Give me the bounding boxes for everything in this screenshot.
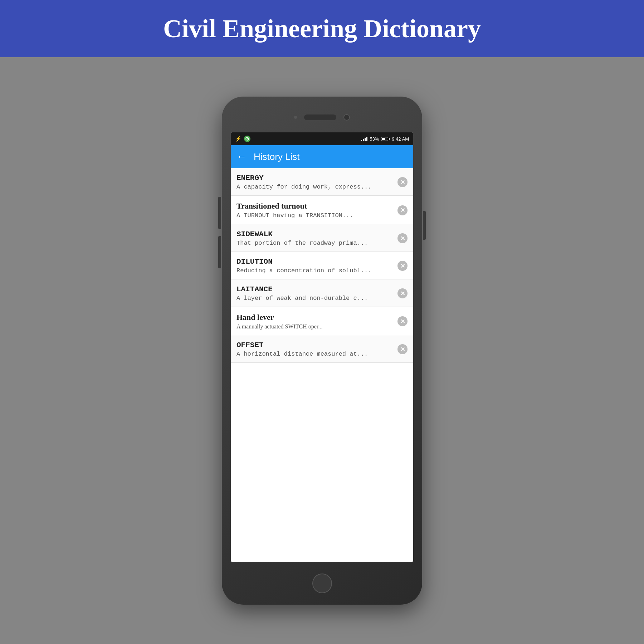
power-button[interactable]: [423, 211, 426, 240]
status-left: ⚡: [235, 136, 250, 142]
phone-screen: ⚡ 53%: [231, 132, 413, 562]
battery-icon: [381, 137, 390, 141]
item-title: OFFSET: [236, 341, 394, 349]
main-area: ⚡ 53%: [0, 57, 644, 644]
delete-button[interactable]: ✕: [397, 316, 408, 326]
app-title: Civil Engineering Dictionary: [163, 14, 481, 44]
delete-button[interactable]: ✕: [397, 261, 408, 271]
list-item-text: OFFSET A horizontal distance measured at…: [236, 341, 397, 357]
phone-bottom: [222, 562, 422, 605]
item-title: ENERGY: [236, 174, 394, 182]
delete-button[interactable]: ✕: [397, 177, 408, 187]
phone-camera: [343, 114, 350, 121]
status-right: 53% 9:42 AM: [361, 136, 409, 142]
list-item-text: ENERGY A capacity for doing work, expres…: [236, 174, 397, 190]
item-subtitle: A horizontal distance measured at...: [236, 351, 394, 357]
delete-button[interactable]: ✕: [397, 288, 408, 298]
item-title: LAITANCE: [236, 285, 394, 293]
list-item[interactable]: DILUTION Reducing a concentration of sol…: [231, 252, 413, 279]
item-title: Transitioned turnout: [236, 201, 394, 211]
list-item[interactable]: OFFSET A horizontal distance measured at…: [231, 335, 413, 363]
item-subtitle: That portion of the roadway prima...: [236, 240, 394, 247]
item-subtitle: A TURNOUT having a TRANSITION...: [236, 212, 394, 219]
list-item-text: Transitioned turnout A TURNOUT having a …: [236, 201, 397, 219]
phone-earpiece: [304, 114, 336, 120]
home-button[interactable]: [312, 574, 332, 593]
list-item-text: SIDEWALK That portion of the roadway pri…: [236, 230, 397, 247]
phone-speaker: [294, 116, 297, 119]
item-title: DILUTION: [236, 258, 394, 266]
list-item[interactable]: ENERGY A capacity for doing work, expres…: [231, 168, 413, 196]
svg-point-1: [247, 138, 248, 140]
item-subtitle: Reducing a concentration of solubl...: [236, 267, 394, 274]
list-item[interactable]: LAITANCE A layer of weak and non-durable…: [231, 279, 413, 307]
item-title: SIDEWALK: [236, 230, 394, 238]
item-subtitle: A manually actuated SWITCH oper...: [236, 323, 394, 330]
usb-icon: ⚡: [235, 136, 241, 142]
delete-button[interactable]: ✕: [397, 205, 408, 215]
list-item-text: Hand lever A manually actuated SWITCH op…: [236, 313, 397, 330]
item-subtitle: A capacity for doing work, express...: [236, 184, 394, 190]
phone-shell: ⚡ 53%: [222, 97, 422, 605]
history-list: ENERGY A capacity for doing work, expres…: [231, 168, 413, 562]
app-bar: ← History List: [231, 145, 413, 168]
item-subtitle: A layer of weak and non-durable c...: [236, 295, 394, 302]
volume-down-button[interactable]: [218, 236, 221, 268]
list-item[interactable]: Transitioned turnout A TURNOUT having a …: [231, 196, 413, 224]
status-time: 9:42 AM: [392, 136, 409, 142]
phone-top: [222, 97, 422, 132]
top-banner: Civil Engineering Dictionary: [0, 0, 644, 57]
delete-button[interactable]: ✕: [397, 344, 408, 354]
list-item[interactable]: Hand lever A manually actuated SWITCH op…: [231, 307, 413, 335]
delete-button[interactable]: ✕: [397, 233, 408, 243]
signal-bars-icon: [361, 136, 367, 141]
gps-icon: [244, 136, 250, 142]
status-bar: ⚡ 53%: [231, 132, 413, 145]
item-title: Hand lever: [236, 313, 394, 322]
back-button[interactable]: ←: [236, 151, 247, 162]
screen-title: History List: [254, 151, 300, 162]
list-item-text: DILUTION Reducing a concentration of sol…: [236, 258, 397, 274]
list-item-text: LAITANCE A layer of weak and non-durable…: [236, 285, 397, 302]
battery-percent: 53%: [370, 136, 379, 142]
list-item[interactable]: SIDEWALK That portion of the roadway pri…: [231, 224, 413, 252]
volume-up-button[interactable]: [218, 197, 221, 229]
